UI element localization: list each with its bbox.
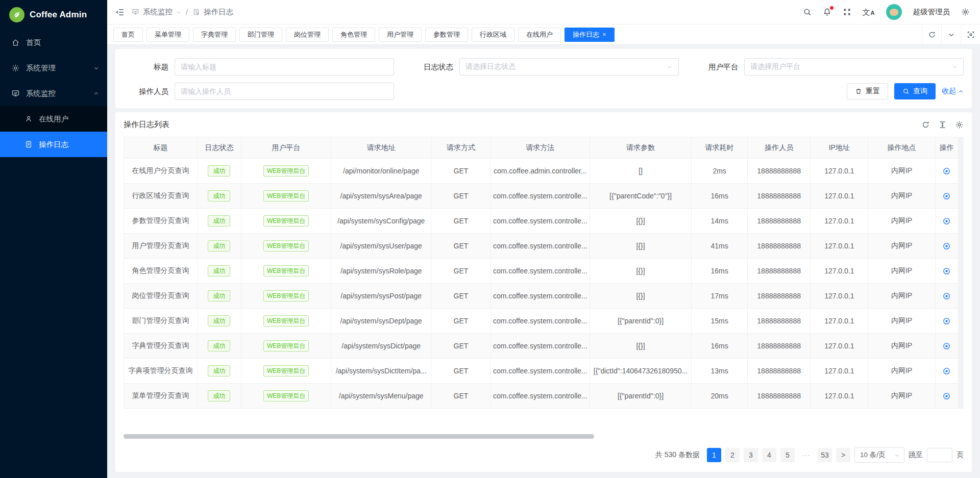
status-select[interactable]: 请选择日志状态 (459, 58, 679, 76)
refresh-icon[interactable] (921, 120, 930, 129)
status-badge: 成功 (208, 265, 230, 276)
sidebar-item-home[interactable]: 首页 (0, 30, 107, 55)
platform-select[interactable]: 请选择用户平台 (744, 58, 964, 76)
sidebar-item-label: 系统监控 (26, 89, 87, 98)
sidebar-item-system-monitor[interactable]: 系统监控 (0, 81, 107, 106)
page-button-1[interactable]: 1 (707, 448, 721, 462)
tab-close-icon[interactable]: × (602, 31, 606, 38)
sidebar-item-system-manage[interactable]: 系统管理 (0, 55, 107, 81)
table-row: 字典管理分页查询成功WEB管理后台/api/system/sysDict/pag… (124, 334, 959, 359)
eye-icon[interactable] (942, 292, 951, 300)
page-button-3[interactable]: 3 (744, 448, 758, 462)
tab-字典管理[interactable]: 字典管理 (193, 28, 236, 42)
gear-icon[interactable] (955, 120, 964, 129)
app-logo[interactable]: Coffee Admin (0, 0, 107, 30)
eye-icon[interactable] (942, 267, 951, 275)
tab-操作日志[interactable]: 操作日志× (565, 28, 615, 42)
next-page-button[interactable]: > (836, 448, 850, 462)
search-icon (902, 88, 910, 95)
eye-icon[interactable] (942, 342, 951, 350)
horizontal-scrollbar-thumb[interactable] (124, 434, 594, 439)
view-detail-button[interactable] (935, 209, 958, 234)
cell-handler: com.coffee.system.controlle... (491, 209, 590, 234)
line-height-icon[interactable] (938, 120, 947, 129)
cell-title: 角色管理分页查询 (124, 259, 198, 284)
sidebar-item-online-users[interactable]: 在线用户 (0, 106, 107, 132)
eye-icon[interactable] (942, 192, 951, 200)
tab-在线用户[interactable]: 在线用户 (518, 28, 561, 42)
cell-status: 成功 (198, 209, 241, 234)
tab-角色管理[interactable]: 角色管理 (332, 28, 375, 42)
page-button-53[interactable]: 53 (818, 448, 832, 462)
operator-input[interactable] (181, 87, 388, 95)
tab-行政区域[interactable]: 行政区域 (472, 28, 514, 42)
cell-url: /api/system/sysMenu/page (331, 384, 431, 409)
cell-time: 2ms (692, 159, 748, 184)
title-input[interactable] (181, 63, 388, 71)
breadcrumb-item[interactable]: 系统监控 (143, 7, 173, 17)
avatar[interactable] (886, 4, 902, 20)
main-area: 系统监控 / 操作日志 文A 超级管理员 首页菜单管理字典管理部门管理岗位管理角… (107, 0, 980, 478)
tab-部门管理[interactable]: 部门管理 (239, 28, 282, 42)
eye-icon[interactable] (942, 167, 951, 175)
collapse-sidebar-icon[interactable] (115, 8, 125, 17)
page-button-4[interactable]: 4 (762, 448, 776, 462)
cell-time: 17ms (692, 284, 748, 309)
horizontal-scrollbar[interactable] (124, 434, 964, 439)
cell-title: 在线用户分页查询 (124, 159, 198, 184)
maximize-icon[interactable] (961, 24, 980, 45)
view-detail-button[interactable] (935, 259, 958, 284)
view-detail-button[interactable] (935, 284, 958, 309)
cell-title: 部门管理分页查询 (124, 309, 198, 334)
cell-location: 内网IP (868, 184, 935, 209)
tab-岗位管理[interactable]: 岗位管理 (286, 28, 329, 42)
sidebar-item-operation-log[interactable]: 操作日志 (0, 132, 107, 157)
jump-page-input[interactable] (927, 448, 952, 462)
cell-operator: 18888888888 (748, 334, 811, 359)
tab-label: 首页 (121, 30, 135, 39)
view-detail-button[interactable] (935, 234, 958, 259)
reset-button[interactable]: 重置 (847, 83, 888, 99)
page-button-5[interactable]: 5 (780, 448, 795, 462)
table-row: 用户管理分页查询成功WEB管理后台/api/system/sysUser/pag… (124, 234, 959, 259)
chevron-up-icon (93, 91, 99, 96)
app-title: Coffee Admin (30, 10, 87, 20)
view-detail-button[interactable] (935, 359, 958, 384)
tab-label: 参数管理 (433, 30, 460, 39)
table-row: 在线用户分页查询成功WEB管理后台/api/monitor/online/pag… (124, 159, 959, 184)
chevron-down-icon[interactable] (941, 24, 961, 45)
view-detail-button[interactable] (935, 309, 958, 334)
page-button-2[interactable]: 2 (725, 448, 740, 462)
cell-params: [] (590, 159, 691, 184)
eye-icon[interactable] (942, 392, 951, 400)
bell-icon[interactable] (823, 8, 831, 16)
cell-platform: WEB管理后台 (241, 384, 331, 409)
page-content: 标题 日志状态 请选择日志状态 用户平台 请选择用户平台 (107, 45, 980, 478)
cell-url: /api/system/sysDict/page (331, 334, 431, 359)
tab-菜单管理[interactable]: 菜单管理 (146, 28, 189, 42)
view-detail-button[interactable] (935, 184, 958, 209)
view-detail-button[interactable] (935, 384, 958, 409)
cell-handler: com.coffee.system.controlle... (491, 359, 590, 384)
view-detail-button[interactable] (935, 334, 958, 359)
tab-首页[interactable]: 首页 (113, 28, 143, 42)
cell-method: GET (431, 284, 491, 309)
eye-icon[interactable] (942, 217, 951, 225)
page-size-select[interactable]: 10 条/页 (854, 447, 904, 463)
tab-用户管理[interactable]: 用户管理 (379, 28, 422, 42)
eye-icon[interactable] (942, 367, 951, 375)
user-name[interactable]: 超级管理员 (913, 7, 950, 17)
refresh-icon[interactable] (922, 24, 941, 45)
eye-icon[interactable] (942, 317, 951, 325)
view-detail-button[interactable] (935, 159, 958, 184)
search-icon[interactable] (803, 8, 812, 16)
translate-icon[interactable]: 文A (863, 8, 875, 16)
fullscreen-icon[interactable] (843, 8, 851, 16)
tab-参数管理[interactable]: 参数管理 (425, 28, 468, 42)
collapse-filters-link[interactable]: 收起 (942, 87, 964, 96)
eye-icon[interactable] (942, 242, 951, 250)
search-button[interactable]: 查询 (894, 83, 936, 99)
gear-icon[interactable] (961, 8, 970, 16)
vertical-scrollbar[interactable] (959, 137, 964, 409)
cell-platform: WEB管理后台 (241, 184, 331, 209)
